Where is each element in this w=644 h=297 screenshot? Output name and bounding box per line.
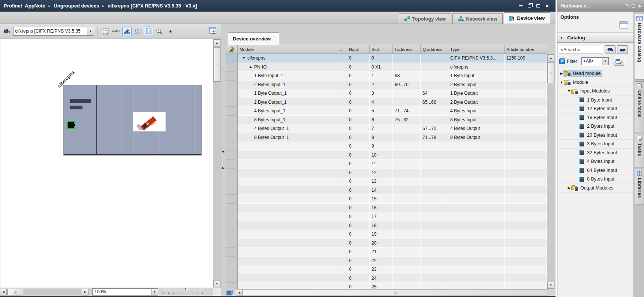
catalog-item-32-bytes-input[interactable]: 32 Bytes Input	[557, 149, 634, 158]
column-header-type[interactable]: Type	[448, 45, 505, 54]
catalog-item-20-bytes-input[interactable]: 20 Bytes Input	[557, 131, 634, 140]
tab-device-view[interactable]: Device view	[504, 12, 550, 24]
tab-device-overview[interactable]: Device overview	[228, 32, 279, 45]
table-row[interactable]: 023	[226, 265, 547, 274]
keep-layout-icon[interactable]	[209, 27, 217, 35]
float-panel-icon[interactable]	[625, 4, 628, 7]
breadcrumb-device[interactable]: cifxrepns [CIFX RE/PNS V3.5.35 - V3.x]	[108, 3, 197, 9]
table-vertical-scrollbar[interactable]: ▲ ≡ ▼	[547, 54, 555, 289]
row-selector[interactable]	[226, 283, 238, 289]
show-labels-icon[interactable]: NAME	[111, 27, 121, 36]
row-selector[interactable]	[226, 63, 238, 72]
filter-checkbox[interactable]: ✔	[559, 58, 565, 64]
table-row[interactable]: 024	[226, 274, 547, 283]
tab-topology-view[interactable]: Topology view	[399, 13, 451, 24]
table-row[interactable]: 013	[226, 177, 547, 186]
filter-dropdown-icon[interactable]: ▼	[602, 57, 609, 65]
expand-icon[interactable]: ▶	[560, 72, 563, 75]
column-header-rack[interactable]: Rack	[347, 45, 370, 54]
device-rack[interactable]	[63, 85, 202, 155]
search-up-icon[interactable]	[617, 45, 628, 54]
row-selector[interactable]	[226, 274, 238, 283]
scroll-up-icon[interactable]: ▲	[213, 39, 220, 46]
table-row[interactable]: 2 Bytes Input_10269...702 Bytes Input	[226, 81, 547, 90]
table-row[interactable]: 1 Byte Output_103641 Byte Output	[226, 89, 547, 98]
pane-mode-icon[interactable]	[226, 290, 233, 296]
profile-settings-icon[interactable]	[614, 57, 624, 66]
table-row[interactable]: 014	[226, 186, 547, 195]
table-row[interactable]: 017	[226, 212, 547, 221]
scroll-down-icon[interactable]: ▼	[213, 280, 220, 287]
scroll-thumb[interactable]: ≡	[547, 62, 554, 83]
catalog-item-module[interactable]: ▼Module	[557, 78, 634, 87]
catalog-item-16-bytes-input[interactable]: 16 Bytes Input	[557, 113, 634, 122]
table-row[interactable]: 022	[226, 257, 547, 266]
table-row[interactable]: ▶PN-IO00 X1cifxrepns	[226, 63, 547, 72]
table-row[interactable]: 010	[226, 151, 547, 160]
row-selector[interactable]	[226, 81, 238, 90]
table-row[interactable]: 8 Bytes Output_10871...788 Bytes Output	[226, 133, 547, 142]
column-header-module[interactable]: Module	[238, 45, 338, 54]
catalog-item-12-bytes-input[interactable]: 12 Bytes Input	[557, 104, 634, 113]
table-row[interactable]: 015	[226, 195, 547, 204]
table-row[interactable]: 012	[226, 169, 547, 178]
row-selector[interactable]	[226, 221, 238, 230]
search-input[interactable]	[559, 46, 603, 54]
table-row[interactable]: 021	[226, 248, 547, 257]
row-selector[interactable]	[226, 186, 238, 195]
side-tab-online-tools[interactable]: Online tools	[635, 81, 644, 132]
cifx-card-image[interactable]	[133, 112, 166, 131]
row-selector[interactable]	[226, 98, 238, 107]
zoom-in-icon[interactable]	[155, 27, 164, 36]
collapse-icon[interactable]: ▼	[560, 81, 563, 84]
table-row[interactable]: 025	[226, 283, 547, 289]
zoom-slider-handle[interactable]	[185, 288, 188, 291]
collapse-panel-icon[interactable]: ▶	[639, 4, 641, 8]
minimize-icon[interactable]	[519, 5, 523, 6]
row-selector[interactable]	[226, 54, 238, 63]
column-header-ellipsis[interactable]: ...	[338, 45, 347, 54]
table-row[interactable]: 4 Bytes Output_10767...704 Bytes Output	[226, 124, 547, 133]
side-tab-hardware-catalog[interactable]: Hardware catalog	[635, 14, 644, 80]
overview-columns-icon[interactable]	[144, 27, 153, 36]
row-selector[interactable]	[226, 107, 238, 116]
collapse-right-icon[interactable]: ▶	[222, 166, 224, 170]
row-selector[interactable]	[226, 177, 238, 186]
device-canvas[interactable]: cifxrepns	[0, 39, 213, 288]
scroll-up-icon[interactable]: ▲	[547, 54, 554, 61]
scroll-right-icon[interactable]: ▶	[82, 289, 88, 296]
catalog-item-head-module[interactable]: ▶Head module	[557, 69, 634, 78]
pane-splitter[interactable]: ◀ ▶	[221, 24, 226, 296]
expand-icon[interactable]: ▶	[250, 65, 252, 69]
collapse-icon[interactable]: ▼	[242, 56, 246, 60]
scroll-left-icon[interactable]: ◀	[0, 289, 7, 296]
catalog-item-64-bytes-input[interactable]: 64 Bytes Input	[557, 166, 634, 175]
restore-icon[interactable]	[528, 4, 531, 7]
row-selector[interactable]	[226, 230, 238, 239]
row-selector[interactable]	[226, 169, 238, 178]
side-tab-libraries[interactable]: Libraries	[635, 169, 644, 205]
zoom-dropdown-icon[interactable]: ▼	[151, 288, 158, 296]
scroll-down-icon[interactable]: ▼	[547, 282, 554, 289]
collapse-left-icon[interactable]: ◀	[222, 150, 224, 153]
row-selector[interactable]	[226, 133, 238, 142]
row-selector[interactable]	[226, 72, 238, 81]
zoom-fit-icon[interactable]: ±	[166, 27, 175, 36]
device-network-icon[interactable]	[2, 27, 12, 36]
table-row[interactable]: 8 Bytes Input_10675...828 Bytes Input	[226, 116, 547, 125]
table-row[interactable]: 018	[226, 221, 547, 230]
expand-icon[interactable]: ▶	[567, 186, 571, 190]
table-row[interactable]: 019	[226, 230, 547, 239]
row-selector[interactable]	[226, 89, 238, 98]
catalog-section-header[interactable]: ▼ Catalog	[557, 33, 634, 43]
row-selector[interactable]	[226, 124, 238, 133]
table-row[interactable]: 4 Bytes Input_10571...744 Bytes Input	[226, 107, 547, 116]
column-header-slot[interactable]: Slot	[370, 45, 393, 54]
catalog-item-output-modules[interactable]: ▶Output Modules	[557, 184, 634, 193]
row-selector[interactable]	[226, 142, 238, 151]
catalog-item-1-byte-input[interactable]: 1 Byte Input	[557, 96, 634, 105]
open-window-icon[interactable]	[619, 21, 628, 29]
table-row[interactable]: 011	[226, 160, 547, 169]
maximize-icon[interactable]	[536, 4, 540, 7]
scroll-thumb[interactable]: ≡	[213, 47, 220, 82]
